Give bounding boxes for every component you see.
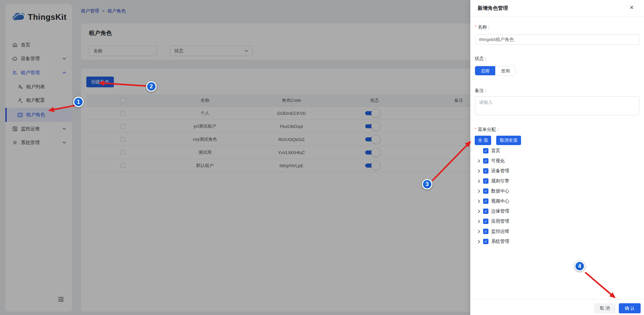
drawer-footer: 取 消 确 认	[470, 299, 644, 315]
tree-item-app-mgmt[interactable]: 应用管理	[470, 216, 644, 226]
drawer-title: 新增角色管理	[478, 5, 508, 11]
app-root: ThingsKit 首页 设备管理 租户管理	[0, 0, 644, 315]
tree-checkbox[interactable]	[483, 229, 488, 234]
tree-checkbox[interactable]	[483, 209, 488, 214]
cancel-button[interactable]: 取 消	[594, 303, 616, 313]
tree-item-home[interactable]: 首页	[470, 146, 644, 156]
status-segmented-control: 启用 禁用	[475, 66, 516, 76]
tree-item-monitor-ops[interactable]: 监控运维	[470, 226, 644, 236]
close-icon[interactable]: ✕	[630, 4, 634, 11]
menu-assign-label: * 菜单分配 :	[475, 127, 499, 133]
remark-field-label: 备注 :	[475, 88, 486, 94]
status-enable-button[interactable]: 启用	[475, 66, 495, 76]
annotation-step-1: 1	[73, 97, 84, 107]
tree-item-system-mgmt[interactable]: 系统管理	[470, 236, 644, 246]
tree-checkbox[interactable]	[483, 158, 488, 164]
chevron-right-icon[interactable]	[478, 220, 483, 223]
tree-item-video-center[interactable]: 视频中心	[470, 196, 644, 206]
tree-checkbox[interactable]	[483, 188, 488, 194]
chevron-right-icon[interactable]	[478, 189, 483, 193]
chevron-right-icon[interactable]	[478, 199, 483, 203]
tree-checkbox[interactable]	[483, 239, 488, 244]
required-asterisk: *	[475, 24, 476, 30]
tree-checkbox[interactable]	[483, 148, 488, 153]
select-all-button[interactable]: 全 选	[475, 136, 491, 145]
annotation-step-4: 4	[574, 261, 585, 271]
name-field-label: * 名称 :	[475, 24, 489, 30]
required-asterisk: *	[475, 127, 476, 133]
chevron-right-icon[interactable]	[478, 210, 483, 213]
tree-item-rule-engine[interactable]: 规则引擎	[470, 176, 644, 186]
chevron-right-icon[interactable]	[478, 179, 483, 183]
chevron-right-icon[interactable]	[478, 159, 483, 163]
tree-item-data-center[interactable]: 数据中心	[470, 186, 644, 196]
chevron-right-icon[interactable]	[478, 169, 483, 173]
tree-checkbox[interactable]	[483, 219, 488, 224]
status-disable-button[interactable]: 禁用	[495, 66, 515, 76]
unselect-all-button[interactable]: 取消全选	[496, 136, 521, 145]
tree-item-device-mgmt[interactable]: 设备管理	[470, 166, 644, 176]
confirm-button[interactable]: 确 认	[619, 303, 641, 313]
status-field-label: 状态 :	[475, 56, 486, 62]
drawer-header: 新增角色管理 ✕	[470, 0, 644, 17]
role-name-input[interactable]: thingskit租户角色	[475, 34, 639, 45]
tree-item-visualization[interactable]: 可视化	[470, 156, 644, 166]
tree-checkbox[interactable]	[483, 168, 488, 174]
chevron-right-icon[interactable]	[478, 240, 483, 243]
remark-textarea[interactable]: 请输入	[475, 96, 639, 115]
tree-item-edge-mgmt[interactable]: 边缘管理	[470, 206, 644, 216]
chevron-right-icon[interactable]	[478, 230, 483, 233]
annotation-step-3: 3	[422, 179, 432, 189]
tree-checkbox[interactable]	[483, 198, 488, 204]
add-role-drawer: 新增角色管理 ✕ * 名称 : thingskit租户角色 状态 : 启用 禁用…	[470, 0, 644, 315]
annotation-step-2: 2	[146, 81, 157, 92]
tree-checkbox[interactable]	[483, 178, 488, 184]
